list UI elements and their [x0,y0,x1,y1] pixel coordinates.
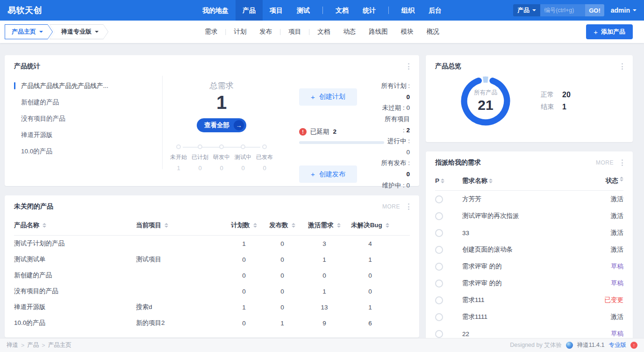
story-row[interactable]: 33 激活 [435,224,623,241]
search-scope-label: 产品 [517,6,530,14]
total-story-label: 总需求 [163,80,280,91]
sort-icon[interactable] [253,223,257,228]
sort-icon[interactable] [386,223,389,228]
nav-item-doc[interactable]: 文档 [329,0,356,21]
add-product-button[interactable]: + 添加产品 [586,24,633,39]
breadcrumb-product-home[interactable]: 产品主页 [48,341,72,349]
product-stats-card: 产品统计 产品线产品线产品先产品线产... 新创建的产品 没有项目的产品 禅道开… [5,55,419,186]
legend-item: 结束 1 [541,103,571,111]
subnav-item-doc[interactable]: 文档 [311,28,336,36]
table-row[interactable]: 测试测试单测试项目 00 11 [14,251,410,267]
subnav-item-view[interactable]: 概况 [420,28,446,36]
sort-icon[interactable] [441,179,444,183]
breadcrumb-home[interactable]: 禅道 [7,341,18,349]
edition-link[interactable]: 专业版 [609,341,627,349]
chevron-down-icon [39,31,43,33]
sort-icon[interactable] [43,223,46,228]
main-content: 产品统计 产品线产品线产品先产品线产... 新创建的产品 没有项目的产品 禅道开… [0,43,644,342]
table-row[interactable]: 10.0的产品新的项目2 01 96 [14,315,410,331]
product-list-item[interactable]: 产品线产品线产品先产品线产... [14,78,156,94]
product-list-item[interactable]: 新创建的产品 [14,94,156,110]
table-row[interactable]: 没有项目的产品 00 10 [14,283,410,299]
table-row[interactable]: 测试子计划的产品 10 34 [14,236,410,251]
nav-item-project[interactable]: 项目 [263,0,290,21]
nav-item-org[interactable]: 组织 [394,0,422,21]
card-title: 产品总览 [435,62,461,71]
plus-icon: + [311,171,315,178]
sort-icon[interactable] [620,177,623,185]
breadcrumb-separator: > [42,342,45,349]
kebab-menu-icon[interactable] [407,62,411,71]
plus-icon: + [594,29,598,36]
donut-center-label: 所有产品 [474,89,497,97]
nav-item-report[interactable]: 统计 [356,0,383,21]
story-row[interactable]: 测试评审的再次指派 激活 [435,208,623,224]
tab-product-home-label: 产品主页 [12,28,36,36]
kebab-menu-icon[interactable] [620,158,624,167]
breadcrumb-product[interactable]: 产品 [27,341,39,349]
more-link[interactable]: MORE [382,203,400,210]
priority-icon [435,330,443,338]
divider [309,29,309,35]
nav-item-test[interactable]: 测试 [290,0,317,21]
nav-item-product[interactable]: 产品 [236,0,263,21]
plan-release-summary: + 创建计划 所有计划 : 0 未过期 : 0 ! [280,76,410,169]
subnav-item-story[interactable]: 需求 [198,28,224,36]
search-scope-dropdown[interactable]: 产品 [513,4,540,16]
sort-icon[interactable] [292,223,295,228]
story-row[interactable]: 需求评审 的的 草稿 [435,275,623,292]
kebab-menu-icon[interactable] [407,202,411,211]
create-release-button[interactable]: + 创建发布 [299,165,357,183]
status-badge: 草稿 [611,262,623,271]
subnav-item-plan[interactable]: 计划 [227,28,253,36]
user-menu[interactable]: admin [611,7,637,14]
warning-icon: ! [299,128,307,136]
sort-icon[interactable] [337,223,341,228]
delayed-block: ! 已延期 2 [299,128,384,144]
nav-item-admin[interactable]: 后台 [422,0,449,21]
user-name: admin [611,7,630,14]
subnav-item-module[interactable]: 模块 [394,28,420,36]
view-all-label: 查看全部 [204,121,229,129]
subnav-item-dynamic[interactable]: 动态 [336,28,362,36]
stage-step: 未开始1 [168,144,189,172]
search-go-button[interactable]: GO! [585,4,604,16]
product-list-item[interactable]: 没有项目的产品 [14,110,156,127]
priority-icon [435,280,443,287]
legend-item: 正常 20 [541,91,571,99]
kebab-menu-icon[interactable] [620,62,624,71]
story-row[interactable]: 创建页面的滚动条 激活 [435,241,623,258]
subnav-item-release[interactable]: 发布 [253,28,279,36]
product-list-item[interactable]: 禅道开源版 [14,127,156,143]
story-row[interactable]: 方芳芳 激活 [435,191,623,208]
table-row[interactable]: 新创建的产品 00 00 [14,267,410,283]
card-title: 指派给我的需求 [435,158,481,167]
tab-product-home[interactable]: 产品主页 [5,24,53,39]
stage-step: 已发布0 [254,144,275,172]
stage-step: 研发中0 [211,144,232,172]
subnav-item-project[interactable]: 项目 [282,28,308,36]
step-dot-icon [241,144,245,149]
navbar-right: 产品 GO! admin [513,4,644,16]
view-all-button[interactable]: 查看全部 → [197,118,246,132]
story-row[interactable]: 需求评审 的的 草稿 [435,258,623,275]
divider [280,29,280,35]
nav-item-my[interactable]: 我的地盘 [195,0,236,21]
search-input[interactable] [540,4,585,16]
more-link[interactable]: MORE [596,159,614,166]
subnav-item-roadmap[interactable]: 路线图 [362,28,394,36]
product-list: 产品线产品线产品先产品线产... 新创建的产品 没有项目的产品 禅道开源版 10… [14,76,163,169]
table-row[interactable]: 禅道开源版搜索d 10 131 [14,299,410,315]
story-row[interactable]: 需求111 已变更 [435,292,623,309]
version-label: 禅道11.4.1 [577,341,605,349]
upgrade-icon[interactable]: ↑ [630,342,637,349]
story-row[interactable]: 需求1111 激活 [435,309,623,325]
product-list-item[interactable]: 10.0的产品 [14,143,156,159]
app-logo[interactable]: 易软天创 [0,5,50,16]
footer-right: Designed by 艾体验 禅道11.4.1 专业版 ↑ [510,341,637,349]
create-plan-button[interactable]: + 创建计划 [299,88,357,106]
sort-icon[interactable] [165,223,168,228]
plan-stats: 所有计划 : 0 未过期 : 0 [380,80,410,114]
tab-current-product[interactable]: 禅道专业版 [50,24,108,39]
sort-icon[interactable] [489,179,493,183]
